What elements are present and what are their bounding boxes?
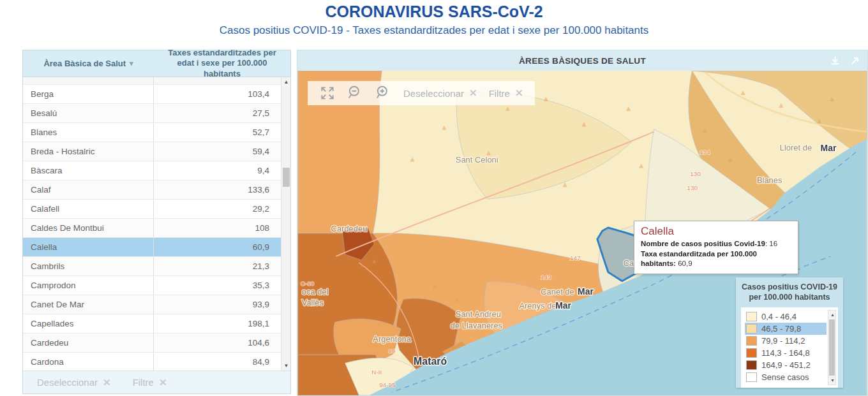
column-header-area[interactable]: Àrea Bàsica de Salut ▾ <box>23 50 154 77</box>
table-row[interactable]: Capellades198,1 <box>23 314 281 334</box>
legend-item[interactable]: 164,9 - 451,2 <box>745 359 827 371</box>
legend-title: Casos positius COVID-19 per 100.000 habi… <box>741 282 838 303</box>
legend-swatch <box>746 312 757 321</box>
table-row[interactable]: Caldes De Montbui108 <box>23 219 281 238</box>
table-row[interactable]: Cambrils21,3 <box>23 257 281 276</box>
legend-swatch <box>746 324 757 334</box>
map-label: de Llavaneres <box>451 321 502 330</box>
page-subtitle: Casos positius COVID-19 - Taxes estandar… <box>0 24 868 37</box>
table-row[interactable]: Canet De Mar93,9 <box>23 295 281 314</box>
close-icon[interactable]: ✕ <box>103 377 111 388</box>
table-row[interactable]: Camprodon35,3 <box>23 276 281 295</box>
table-header: Àrea Bàsica de Salut ▾ Taxes estandardit… <box>23 50 290 77</box>
scroll-down-icon[interactable]: ▼ <box>281 361 291 370</box>
table-row[interactable]: Cardona84,9 <box>23 353 281 370</box>
map-label: Argentona <box>373 334 412 344</box>
close-icon[interactable]: ✕ <box>469 87 477 99</box>
close-icon[interactable]: ✕ <box>515 87 523 99</box>
svg-text:147: 147 <box>570 254 581 261</box>
svg-text:N-II: N-II <box>371 369 382 376</box>
tooltip-title: Calella <box>641 225 791 238</box>
map-legend: Casos positius COVID-19 per 100.000 habi… <box>736 277 843 388</box>
table-row[interactable]: Calaf133,6 <box>23 180 281 200</box>
table-row[interactable]: Bàscara9,4 <box>23 161 281 180</box>
map-label: Cardedeu <box>331 224 368 233</box>
map-label: Lloret de <box>780 143 812 152</box>
map-toolbar: Deseleccionar ✕ Filtre ✕ <box>308 81 535 105</box>
map-label: Sant Celoni <box>456 155 498 165</box>
map-label: Mar <box>821 143 837 153</box>
table-row-partial[interactable] <box>23 77 281 85</box>
map-canvas[interactable]: Sant Celoni Lloret de Mar Blanes Cardede… <box>297 71 867 395</box>
svg-text:99: 99 <box>388 348 396 355</box>
legend-scrollbar[interactable]: ▲ ▼ <box>828 310 836 385</box>
legend-item[interactable]: 0,4 - 46,4 <box>745 311 827 323</box>
svg-text:94-95: 94-95 <box>379 381 396 388</box>
map-header: ÀREES BÀSIQUES DE SALUT <box>297 50 867 71</box>
download-icon[interactable] <box>829 55 841 67</box>
legend-swatch <box>746 336 757 346</box>
legend-item[interactable]: 79,9 - 114,2 <box>745 335 827 347</box>
table-row[interactable]: Blanes52,7 <box>23 123 281 142</box>
scroll-down-icon[interactable]: ▼ <box>828 376 837 385</box>
map-title: ÀREES BÀSIQUES DE SALUT <box>519 56 646 66</box>
map-deselect-button[interactable]: Deseleccionar ✕ <box>403 87 477 99</box>
map-label: Mataró <box>414 356 447 367</box>
map-panel: ÀREES BÀSIQUES DE SALUT <box>297 50 868 396</box>
column-header-area-label: Àrea Bàsica de Salut <box>43 59 126 68</box>
table-row-selected[interactable]: Calella60,9 <box>23 238 281 257</box>
sort-caret-icon[interactable]: ▾ <box>130 59 133 68</box>
open-external-icon[interactable] <box>849 55 861 67</box>
table-body: Berga103,4 Besalú27,5 Blanes52,7 Breda -… <box>23 77 281 370</box>
legend-list: 0,4 - 46,4 46,5 - 79,8 79,9 - 114,2 114,… <box>741 307 838 388</box>
map-tooltip: Calella Nombre de casos positius Covid-1… <box>634 221 798 274</box>
svg-text:130: 130 <box>690 170 701 177</box>
legend-swatch <box>746 348 757 358</box>
scroll-up-icon[interactable]: ▲ <box>281 77 291 87</box>
map-label: oca del <box>302 287 329 297</box>
map-label: Blanes <box>757 175 782 185</box>
column-header-taxes[interactable]: Taxes estandarditzades per edat i sexe p… <box>154 50 290 77</box>
page-title: CORONAVIRUS SARS-CoV-2 <box>0 3 868 21</box>
svg-text:C-60: C-60 <box>301 280 315 287</box>
map-label: Arenys de <box>519 301 556 311</box>
legend-swatch <box>746 372 757 382</box>
table-row[interactable]: Breda - Hostalric59,4 <box>23 142 281 161</box>
map-label: Canet de <box>541 287 574 297</box>
filter-button[interactable]: Filtre ✕ <box>133 377 167 388</box>
tooltip-line-rate: Taxa estandarditzada per 100.000 habitan… <box>641 249 791 269</box>
table-row[interactable]: Besalú27,5 <box>23 104 281 123</box>
legend-swatch <box>746 360 757 370</box>
table-footer: Deseleccionar ✕ Filtre ✕ <box>23 370 290 393</box>
legend-item-selected[interactable]: 46,5 - 79,8 <box>745 323 827 335</box>
svg-text:143: 143 <box>541 274 551 281</box>
map-label: Sant Andreu <box>456 309 501 319</box>
table-row[interactable]: Calafell29,2 <box>23 200 281 219</box>
scrollbar-thumb[interactable] <box>829 319 835 376</box>
legend-item[interactable]: Sense casos <box>745 371 827 383</box>
map-label: Mar <box>578 286 594 297</box>
close-icon[interactable]: ✕ <box>159 377 167 388</box>
abs-table-panel: Àrea Bàsica de Salut ▾ Taxes estandardit… <box>22 50 291 394</box>
table-scrollbar[interactable]: ▲ ▼ <box>281 77 290 370</box>
svg-text:130: 130 <box>687 184 698 191</box>
map-label: Mar <box>555 300 571 311</box>
deselect-button[interactable]: Deseleccionar ✕ <box>37 377 111 388</box>
scroll-up-icon[interactable]: ▲ <box>828 311 837 319</box>
legend-item[interactable]: 114,3 - 164,8 <box>745 347 827 359</box>
svg-text:134: 134 <box>700 149 710 156</box>
table-row[interactable]: Cardedeu104,6 <box>23 334 281 353</box>
map-filter-button[interactable]: Filtre ✕ <box>489 87 523 99</box>
scrollbar-thumb[interactable] <box>283 168 290 187</box>
map-label: Vallès <box>302 298 324 307</box>
tooltip-line-cases: Nombre de casos positius Covid-19: 16 <box>641 239 791 249</box>
table-row[interactable]: Berga103,4 <box>23 85 281 104</box>
zoom-in-icon[interactable] <box>375 85 392 101</box>
zoom-out-icon[interactable] <box>347 85 364 101</box>
fullscreen-icon[interactable] <box>319 85 336 101</box>
